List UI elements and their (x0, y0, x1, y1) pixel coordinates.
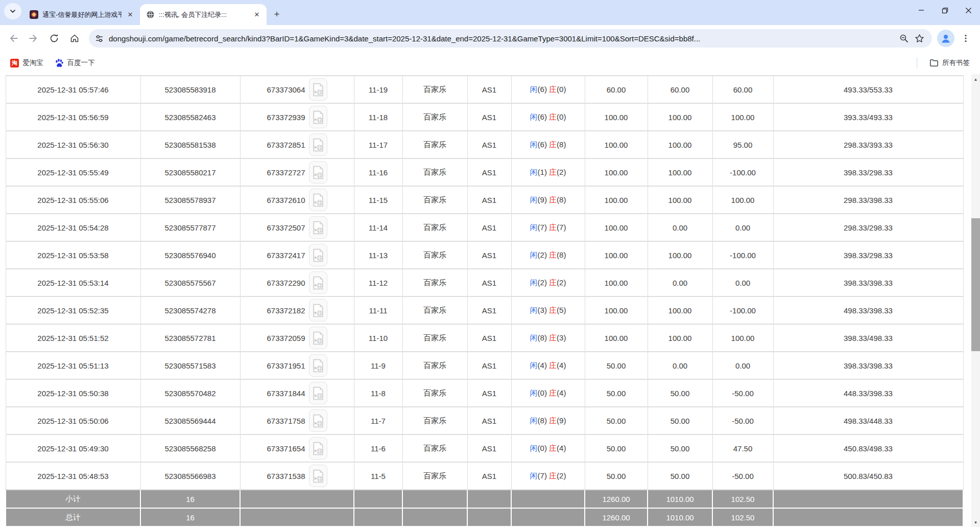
player-tag: 闲 (530, 278, 538, 287)
game-name: 百家乐 (402, 434, 467, 462)
bet-amount-link[interactable]: 50.00 (585, 462, 648, 490)
video-file-icon (313, 221, 324, 235)
tab-search-button[interactable] (4, 3, 21, 19)
bet-amount-link[interactable]: 100.00 (585, 186, 648, 214)
minimize-icon (918, 7, 924, 13)
video-replay-button[interactable] (309, 354, 327, 377)
video-replay-button[interactable] (309, 244, 327, 266)
balance: 493.33/553.33 (773, 76, 963, 103)
player-tag: 闲 (530, 223, 538, 232)
bet-amount-link[interactable]: 50.00 (585, 379, 648, 407)
banker-tag: 庄 (549, 85, 557, 94)
table-code: AS1 (467, 158, 511, 186)
scrollbar-down-arrow[interactable]: ▼ (971, 518, 980, 527)
winloss-amount: -50.00 (712, 462, 773, 490)
player-count: (0) (538, 388, 547, 397)
order-id: 523085577877 (140, 214, 240, 241)
bet-time: 2025-12-31 05:56:30 (6, 131, 140, 158)
tab-betrecord[interactable]: :::视讯, 会员下注纪录::: ✕ (140, 4, 267, 25)
winloss-amount: -50.00 (712, 407, 773, 434)
bet-amount-link[interactable]: 50.00 (585, 352, 648, 379)
video-file-icon (313, 166, 324, 179)
table-row: 2025-12-31 05:49:30 523085568258 6733716… (6, 434, 963, 462)
bet-amount-link[interactable]: 50.00 (585, 434, 648, 462)
valid-amount: 100.00 (648, 241, 712, 269)
game-id: 673372851 (267, 141, 305, 149)
page-scrollbar[interactable]: ▲ ▼ (971, 74, 980, 527)
home-button[interactable] (65, 29, 84, 48)
table-row: 2025-12-31 05:50:06 523085569444 6733717… (6, 407, 963, 434)
player-count: (6) (538, 85, 547, 94)
video-replay-button[interactable] (309, 78, 327, 101)
game-name: 百家乐 (402, 352, 467, 379)
banker-tag: 庄 (549, 416, 557, 425)
game-name: 百家乐 (402, 158, 467, 186)
url-text[interactable]: dongshouji.com/game/betrecord_search/kin… (109, 34, 896, 43)
bet-amount-link[interactable]: 100.00 (585, 214, 648, 241)
bet-amount-link[interactable]: 100.00 (585, 131, 648, 158)
url-bar[interactable]: dongshouji.com/game/betrecord_search/kin… (89, 29, 932, 48)
subtotal-count: 16 (140, 490, 240, 508)
video-replay-button[interactable] (309, 133, 327, 156)
table-code: AS1 (467, 76, 511, 103)
tab-tongbao[interactable]: 通宝-信誉最好的网上游戏平台 ✕ (23, 4, 140, 25)
restore-button[interactable] (933, 0, 957, 20)
game-id: 673371758 (267, 417, 305, 425)
bet-amount-link[interactable]: 100.00 (585, 158, 648, 186)
table-row: 2025-12-31 05:53:14 523085575567 6733722… (6, 269, 963, 296)
bookmark-star-button[interactable] (912, 31, 927, 46)
bookmark-aitaobao[interactable]: 淘 爱淘宝 (6, 56, 47, 70)
video-replay-button[interactable] (309, 216, 327, 239)
bet-amount-link[interactable]: 100.00 (585, 269, 648, 296)
total-valid: 1010.00 (648, 508, 712, 526)
bet-amount-link[interactable]: 100.00 (585, 241, 648, 269)
player-count: (4) (538, 361, 547, 370)
tab-close-icon[interactable]: ✕ (126, 10, 135, 19)
folder-icon (929, 58, 939, 67)
scrollbar-up-arrow[interactable]: ▲ (971, 75, 980, 84)
bet-amount-link[interactable]: 100.00 (585, 296, 648, 324)
scrollbar-thumb[interactable] (971, 218, 980, 351)
video-replay-button[interactable] (309, 327, 327, 349)
video-replay-button[interactable] (309, 465, 327, 487)
table-row: 2025-12-31 05:50:38 523085570482 6733718… (6, 379, 963, 407)
game-name: 百家乐 (402, 269, 467, 296)
video-replay-button[interactable] (309, 437, 327, 460)
video-replay-button[interactable] (309, 106, 327, 128)
tab-close-icon[interactable]: ✕ (252, 10, 261, 19)
close-window-button[interactable] (957, 0, 980, 20)
zoom-level-button[interactable] (896, 31, 912, 46)
banker-count: (2) (557, 471, 566, 480)
bet-amount-link[interactable]: 100.00 (585, 103, 648, 131)
game-id-cell: 673372059 (240, 324, 354, 352)
bookmark-baidu[interactable]: 百度一下 (51, 56, 99, 70)
all-bookmarks-button[interactable]: 所有书签 (925, 56, 974, 70)
new-tab-button[interactable]: + (270, 7, 284, 21)
bet-amount-link[interactable]: 50.00 (585, 407, 648, 434)
banker-tag: 庄 (549, 306, 557, 314)
reload-button[interactable] (45, 29, 63, 48)
video-replay-button[interactable] (309, 409, 327, 432)
order-id: 523085581538 (140, 131, 240, 158)
bookmarks-bar: 淘 爱淘宝 百度一下 所有书签 (0, 52, 980, 74)
order-id: 523085575567 (140, 269, 240, 296)
table-code: AS1 (467, 379, 511, 407)
player-tag: 闲 (530, 361, 538, 370)
minimize-button[interactable] (910, 0, 933, 20)
forward-button[interactable] (25, 29, 43, 48)
back-button[interactable] (4, 29, 22, 48)
bet-amount-link[interactable]: 100.00 (585, 324, 648, 352)
bet-time: 2025-12-31 05:55:49 (6, 158, 140, 186)
player-tag: 闲 (530, 306, 538, 314)
browser-menu-button[interactable] (957, 29, 975, 48)
video-replay-button[interactable] (309, 382, 327, 404)
balance: 498.33/398.33 (773, 296, 963, 324)
video-replay-button[interactable] (309, 189, 327, 211)
profile-button[interactable] (937, 30, 954, 47)
video-replay-button[interactable] (309, 161, 327, 184)
video-replay-button[interactable] (309, 299, 327, 322)
video-replay-button[interactable] (309, 271, 327, 294)
bet-amount-link[interactable]: 60.00 (585, 76, 648, 103)
round-number: 11-16 (354, 158, 402, 186)
player-tag: 闲 (530, 140, 538, 149)
